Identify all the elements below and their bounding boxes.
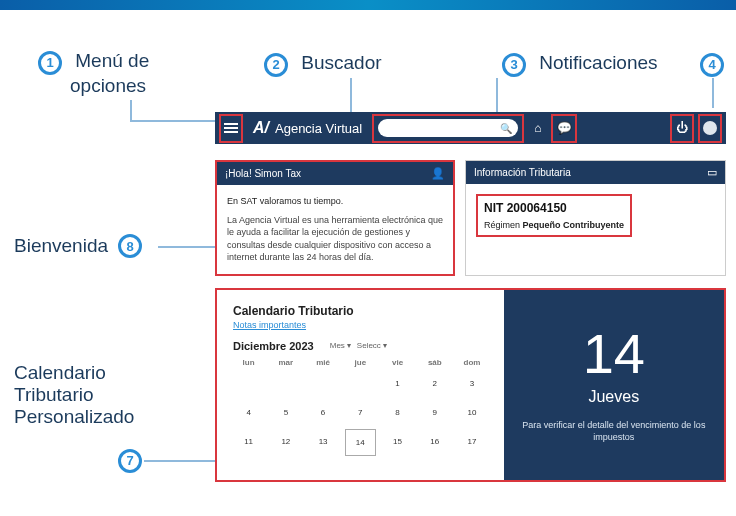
calendar-title: Calendario Tributario [233, 304, 488, 318]
calendar-day-cell [233, 371, 264, 396]
brand-logo: A/ Agencia Virtual [249, 119, 366, 137]
calendar-day-cell[interactable]: 1 [382, 371, 413, 396]
calendar-day-cell [307, 371, 338, 396]
power-icon[interactable]: ⏻ [672, 121, 692, 135]
user-icon: 👤 [431, 167, 445, 180]
callout-cal-line3: Personalizado [14, 406, 134, 427]
calendar-day-cell[interactable]: 4 [233, 400, 264, 425]
callout-4: 4 [700, 52, 724, 77]
welcome-card-body: En SAT valoramos tu tiempo. La Agencia V… [217, 185, 453, 274]
callout-1: 1 Menú de opciones [38, 50, 149, 97]
callout-2-label: Buscador [301, 52, 381, 73]
nit-value: NIT 200064150 [484, 200, 624, 217]
callout-7: 7 [118, 448, 142, 473]
calendar-day-cell[interactable]: 15 [382, 429, 413, 456]
calendar-grid[interactable]: lunmarmiéjueviesábdom1234567891011121314… [233, 358, 488, 456]
callout-7-number: 7 [118, 449, 142, 473]
calendar-day-cell [345, 371, 376, 396]
callout-8: Bienvenida 8 [14, 234, 142, 258]
callout-bienvenida-label: Bienvenida [14, 235, 108, 257]
home-icon[interactable]: ⌂ [530, 121, 545, 135]
welcome-body-text: La Agencia Virtual es una herramienta el… [227, 214, 443, 264]
callout-1-line2: opciones [70, 75, 149, 97]
nit-box: NIT 200064150 Régimen Pequeño Contribuye… [476, 194, 632, 237]
callout-cal-line1: Calendario [14, 362, 106, 383]
welcome-lead: En SAT valoramos tu tiempo. [227, 195, 443, 208]
calendar-day-cell[interactable]: 9 [419, 400, 450, 425]
calendar-weekday-header: dom [456, 358, 487, 367]
regimen-line: Régimen Pequeño Contribuyente [484, 219, 624, 232]
calendar-weekday-header: mié [307, 358, 338, 367]
calendar-day-cell[interactable]: 8 [382, 400, 413, 425]
calendar-view-select-other[interactable]: Selecc▾ [357, 341, 387, 350]
welcome-card-header: ¡Hola! Simon Tax 👤 [217, 162, 453, 185]
calendar-left-panel: Calendario Tributario Notas importantes … [217, 290, 504, 480]
regimen-prefix: Régimen [484, 220, 523, 230]
calendar-weekday-header: lun [233, 358, 264, 367]
welcome-header-text: ¡Hola! Simon Tax [225, 168, 301, 179]
chevron-down-icon: ▾ [347, 341, 351, 350]
callout-calendar: Calendario Tributario Personalizado [14, 362, 134, 428]
calendar-day-cell[interactable]: 12 [270, 429, 301, 456]
search-input[interactable] [384, 123, 496, 133]
card-id-icon: ▭ [707, 166, 717, 179]
calendar-day-cell[interactable]: 6 [307, 400, 338, 425]
calendar-day-cell[interactable]: 17 [456, 429, 487, 456]
brand-mark: A/ [253, 119, 269, 137]
calendar-month-label: Diciembre 2023 [233, 340, 314, 352]
calendar-footer-note: Para verificar el detalle del vencimient… [510, 420, 718, 443]
callout-3-number: 3 [502, 53, 526, 77]
calendar-weekday-header: mar [270, 358, 301, 367]
menu-button[interactable] [219, 114, 243, 143]
notifications-icon[interactable]: 💬 [553, 121, 576, 135]
calendar-card: Calendario Tributario Notas importantes … [215, 288, 726, 482]
welcome-card: ¡Hola! Simon Tax 👤 En SAT valoramos tu t… [215, 160, 455, 276]
calendar-day-cell[interactable]: 16 [419, 429, 450, 456]
calendar-day-cell[interactable]: 10 [456, 400, 487, 425]
callout-4-number: 4 [700, 53, 724, 77]
calendar-day-cell[interactable]: 14 [345, 429, 376, 456]
calendar-weekday-header: vie [382, 358, 413, 367]
calendar-big-day: 14 [583, 326, 645, 382]
calendar-right-panel: 14 Jueves Para verificar el detalle del … [504, 290, 724, 480]
calendar-day-cell[interactable]: 7 [345, 400, 376, 425]
callout-3-label: Notificaciones [539, 52, 657, 73]
callout-8-number: 8 [118, 234, 142, 258]
tax-info-card: Información Tributaria ▭ NIT 200064150 R… [465, 160, 726, 276]
calendar-day-cell[interactable]: 2 [419, 371, 450, 396]
callout-2: 2 Buscador [264, 52, 382, 77]
calendar-day-cell[interactable]: 13 [307, 429, 338, 456]
calendar-day-name: Jueves [588, 388, 639, 406]
tax-info-header-text: Información Tributaria [474, 167, 571, 178]
callout-2-number: 2 [264, 53, 288, 77]
calendar-day-cell [270, 371, 301, 396]
calendar-notes-link[interactable]: Notas importantes [233, 320, 488, 330]
calendar-weekday-header: sáb [419, 358, 450, 367]
calendar-day-cell[interactable]: 3 [456, 371, 487, 396]
callout-1-number: 1 [38, 51, 62, 75]
search-box[interactable]: 🔍 [378, 119, 518, 137]
calendar-day-cell[interactable]: 5 [270, 400, 301, 425]
hamburger-icon [224, 123, 238, 133]
brand-text: Agencia Virtual [275, 121, 362, 136]
chevron-down-icon: ▾ [383, 341, 387, 350]
callout-cal-line2: Tributario [14, 384, 94, 405]
regimen-value: Pequeño Contribuyente [523, 220, 625, 230]
search-icon: 🔍 [500, 123, 512, 134]
calendar-view-select-month[interactable]: Mes▾ [330, 341, 351, 350]
tax-info-header: Información Tributaria ▭ [466, 161, 725, 184]
callout-1-line1: Menú de [75, 50, 149, 71]
user-avatar-icon[interactable] [703, 121, 717, 135]
calendar-weekday-header: jue [345, 358, 376, 367]
callout-3: 3 Notificaciones [502, 52, 658, 77]
top-navbar: A/ Agencia Virtual 🔍 ⌂ 💬 ⏻ [215, 112, 726, 144]
calendar-day-cell[interactable]: 11 [233, 429, 264, 456]
